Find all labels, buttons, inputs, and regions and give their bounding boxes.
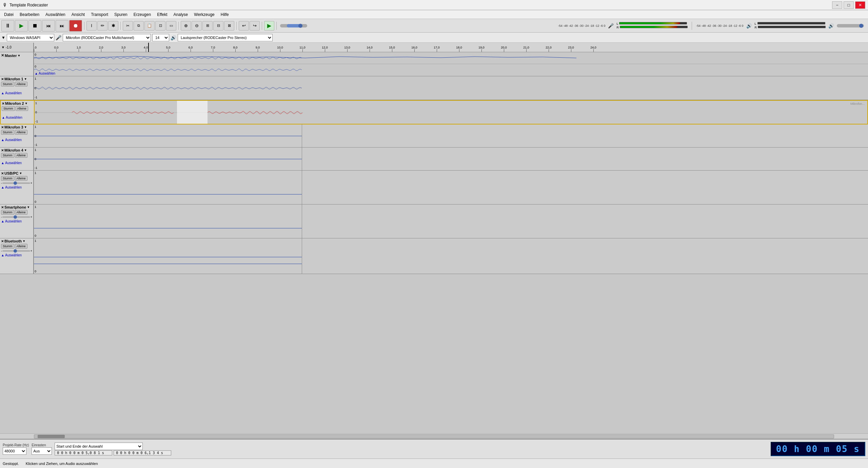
output-volume-slider[interactable]	[837, 24, 864, 27]
mikrofon1-mute-btn[interactable]: Stumm	[1, 82, 14, 86]
usbpc-select-btn[interactable]: ▲ Auswählen	[1, 186, 32, 189]
mikrofon3-solo-btn[interactable]: Alleine	[15, 130, 27, 135]
mikrofon4-arrow-btn[interactable]: ▼	[24, 149, 27, 152]
smartphone-gain-thumb[interactable]	[14, 215, 17, 219]
mikrofon3-scale-n1: -1	[35, 143, 37, 147]
usbpc-mute-btn[interactable]: Stumm	[1, 176, 14, 181]
undo-button[interactable]: ↩	[239, 21, 249, 31]
stop-button[interactable]: ⏹	[28, 20, 41, 32]
smartphone-name: Smartphone	[4, 205, 26, 209]
bluetooth-gain-track[interactable]	[2, 250, 30, 252]
smartphone-solo-btn[interactable]: Alleine	[15, 210, 27, 215]
selection-mode-select[interactable]: Start und Ende der Auswahl	[55, 443, 143, 450]
h-scrollbar[interactable]	[0, 433, 868, 439]
menu-datei[interactable]: Datei	[1, 12, 16, 18]
cut-tool[interactable]: ✂	[123, 21, 133, 31]
usbpc-arrow-btn[interactable]: ▼	[19, 172, 22, 175]
zoom-track[interactable]	[280, 24, 307, 27]
usbpc-gain-thumb[interactable]	[14, 181, 17, 185]
usbpc-name: USB/PC	[4, 171, 19, 175]
mikrofon2-close-btn[interactable]: ✕	[2, 102, 4, 105]
usbpc-gain-track[interactable]	[2, 182, 30, 184]
mikrofon2-arrow-btn[interactable]: ▼	[25, 102, 28, 105]
cursor-tool[interactable]: I	[86, 21, 97, 31]
menu-ansicht[interactable]: Ansicht	[69, 12, 87, 18]
mikrofon4-close-btn[interactable]: ✕	[1, 149, 4, 152]
host-select[interactable]: Windows WASAPI	[7, 34, 54, 41]
bluetooth-select-btn[interactable]: ▲ Auswählen	[1, 253, 32, 257]
smartphone-select-btn[interactable]: ▲ Auswählen	[1, 219, 32, 223]
menu-werkzeuge[interactable]: Werkzeuge	[191, 12, 217, 18]
zoom-in-button[interactable]: ⊕	[181, 21, 191, 31]
menu-transport[interactable]: Transport	[88, 12, 111, 18]
menu-bearbeiten[interactable]: Bearbeiten	[17, 12, 42, 18]
input-device-select[interactable]: Mikrofon (RODECaster Pro Multichannel)	[63, 34, 151, 41]
zoom-sel-button[interactable]: ⊟	[213, 21, 223, 31]
menu-hilfe[interactable]: Hilfe	[218, 12, 232, 18]
maximize-button[interactable]: □	[844, 1, 854, 9]
project-rate-select[interactable]: 48000	[3, 447, 26, 455]
copy-tool[interactable]: ⧉	[134, 21, 144, 31]
input-channels-select[interactable]: 14	[152, 34, 169, 41]
play-button[interactable]: ▶	[15, 20, 28, 32]
mikrofon2-waveform	[35, 101, 867, 124]
smartphone-gain-track[interactable]	[2, 216, 30, 218]
close-button[interactable]: ✕	[855, 1, 865, 9]
redo-button[interactable]: ↪	[250, 21, 260, 31]
usbpc-close-btn[interactable]: ✕	[1, 172, 4, 175]
master-select-btn[interactable]: ▲ Auswählen	[35, 72, 55, 75]
mikrofon2-content: 1 0 -1 Mikrofon...	[35, 101, 867, 124]
mikrofon3-close-btn[interactable]: ✕	[1, 125, 4, 129]
mikrofon2-select-btn[interactable]: ▲ Auswählen	[2, 116, 33, 119]
menu-erzeugen[interactable]: Erzeugen	[131, 12, 154, 18]
skip-back-button[interactable]: ⏮	[42, 20, 55, 32]
master-close-btn[interactable]: ✕	[1, 53, 4, 58]
play-green-button[interactable]: ▶	[264, 21, 274, 31]
mikrofon4-solo-btn[interactable]: Alleine	[15, 153, 27, 158]
mikrofon1-solo-btn[interactable]: Alleine	[15, 82, 27, 86]
mikrofon4-mute-btn[interactable]: Stumm	[1, 153, 14, 158]
zoom-fit-button[interactable]: ⊞	[202, 21, 213, 31]
mikrofon1-close-btn[interactable]: ✕	[1, 77, 4, 81]
usbpc-solo-btn[interactable]: Alleine	[15, 176, 27, 181]
record-button[interactable]: ⏺	[69, 20, 82, 32]
h-scroll-thumb[interactable]	[38, 435, 65, 438]
menu-spuren[interactable]: Spuren	[112, 12, 130, 18]
mikrofon1-arrow-btn[interactable]: ▼	[24, 77, 27, 81]
smartphone-close-btn[interactable]: ✕	[1, 206, 4, 209]
mikrofon4-select-btn[interactable]: ▲ Auswählen	[1, 161, 32, 165]
mikrofon3-arrow-btn[interactable]: ▼	[24, 125, 27, 129]
multi-tool[interactable]: ✱	[108, 21, 118, 31]
menu-auswaehlen[interactable]: Auswählen	[43, 12, 68, 18]
mikrofon2-solo-btn[interactable]: Alleine	[16, 106, 28, 111]
bluetooth-arrow-btn[interactable]: ▼	[22, 239, 25, 243]
paste-tool[interactable]: 📋	[144, 21, 155, 31]
silence-tool[interactable]: ▭	[166, 21, 176, 31]
h-scroll-track[interactable]	[34, 434, 834, 438]
menu-effekt[interactable]: Effekt	[154, 12, 170, 18]
bluetooth-close-btn[interactable]: ✕	[1, 239, 4, 243]
menu-analyse[interactable]: Analyse	[171, 12, 191, 18]
mikrofon3-select-btn[interactable]: ▲ Auswählen	[1, 138, 32, 142]
bluetooth-gain-thumb[interactable]	[14, 249, 17, 253]
smartphone-mute-btn[interactable]: Stumm	[1, 210, 14, 215]
snap-select[interactable]: Aus	[32, 447, 52, 455]
minimize-button[interactable]: −	[832, 1, 842, 9]
mikrofon2-mute-btn[interactable]: Stumm	[2, 106, 15, 111]
output-device-select[interactable]: Lautsprecher (RODECaster Pro Stereo)	[178, 34, 273, 41]
master-arrow-btn[interactable]: ▼	[17, 54, 20, 57]
zoom-out-button[interactable]: ⊖	[192, 21, 202, 31]
pause-button[interactable]: ⏸	[1, 20, 14, 32]
mikrofon3-mute-btn[interactable]: Stumm	[1, 130, 14, 135]
status-left: Gestoppt.	[3, 462, 19, 466]
bluetooth-mute-btn[interactable]: Stumm	[1, 244, 14, 249]
trim-tool[interactable]: ⊡	[155, 21, 165, 31]
mikrofon1-select-btn[interactable]: ▲ Auswählen	[1, 91, 32, 95]
zoom-tog-button[interactable]: ⊠	[224, 21, 234, 31]
draw-tool[interactable]: ✏	[97, 21, 107, 31]
smartphone-arrow-btn[interactable]: ▼	[27, 206, 30, 209]
bluetooth-solo-btn[interactable]: Alleine	[15, 244, 27, 249]
usbpc-gain-plus: +	[31, 181, 32, 185]
skip-forward-button[interactable]: ⏭	[56, 20, 68, 32]
track-scroll-area[interactable]: ✕ Master ▼ 0 0	[0, 52, 868, 433]
